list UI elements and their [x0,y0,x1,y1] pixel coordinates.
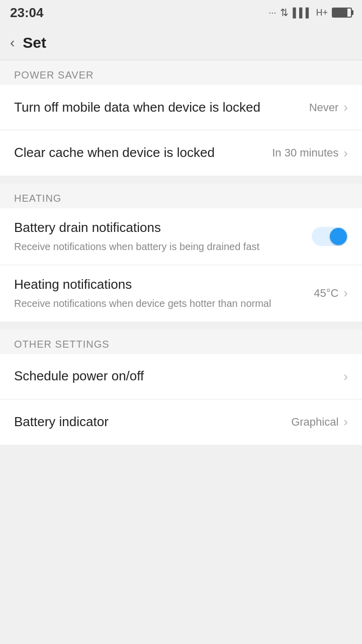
setting-item-clear-cache[interactable]: Clear cache when device is lockedIn 30 m… [0,130,362,176]
status-icons: ··· ⇅ ▌▌▌ H+ [268,7,352,19]
chevron-icon-schedule-power: › [343,369,348,384]
chevron-icon-clear-cache: › [343,145,348,161]
status-bar: 23:04 ··· ⇅ ▌▌▌ H+ [0,0,362,25]
setting-left-mobile-data: Turn off mobile data when device is lock… [14,99,309,116]
setting-right-battery-indicator: Graphical› [291,414,348,430]
status-time: 23:04 [10,5,44,21]
setting-title-heating-notifications: Heating notifications [14,276,306,293]
setting-left-battery-indicator: Battery indicator [14,414,291,431]
dots-icon: ··· [268,8,276,18]
section-divider [0,176,362,184]
setting-left-schedule-power: Schedule power on/off [14,368,343,385]
header: ‹ Set [0,25,362,60]
setting-value-battery-indicator: Graphical [291,416,338,429]
setting-title-battery-drain: Battery drain notifications [14,219,304,236]
setting-right-battery-drain [312,227,348,246]
network-type-icon: H+ [316,8,328,18]
setting-item-battery-drain[interactable]: Battery drain notificationsReceive notif… [0,208,362,265]
section-label-power-saver: POWER SAVER [14,69,94,80]
setting-value-clear-cache: In 30 minutes [272,146,338,159]
setting-item-mobile-data[interactable]: Turn off mobile data when device is lock… [0,85,362,130]
signal-arrows-icon: ⇅ [280,7,289,19]
section-label-other-settings: OTHER SETTINGS [14,339,110,350]
setting-left-battery-drain: Battery drain notificationsReceive notif… [14,219,312,254]
section-divider [0,321,362,330]
setting-value-heating-notifications: 45°C [314,287,338,300]
section-heating: HEATING [0,184,362,208]
setting-value-mobile-data: Never [309,101,339,114]
setting-title-clear-cache: Clear cache when device is locked [14,144,264,162]
setting-right-mobile-data: Never› [309,100,348,115]
back-button[interactable]: ‹ [10,35,15,51]
setting-left-clear-cache: Clear cache when device is locked [14,144,272,162]
chevron-icon-mobile-data: › [343,100,348,115]
settings-group-other-settings: Schedule power on/off›Battery indicatorG… [0,354,362,445]
section-power-saver: POWER SAVER [0,60,362,85]
section-other-settings: OTHER SETTINGS [0,330,362,354]
chevron-icon-heating-notifications: › [343,285,348,301]
settings-group-power-saver: Turn off mobile data when device is lock… [0,85,362,176]
signal-bars-icon: ▌▌▌ [293,8,312,18]
setting-right-heating-notifications: 45°C› [314,285,348,301]
toggle-knob-battery-drain [330,228,347,245]
setting-item-schedule-power[interactable]: Schedule power on/off› [0,354,362,399]
setting-title-battery-indicator: Battery indicator [14,414,283,431]
setting-title-schedule-power: Schedule power on/off [14,368,335,385]
settings-group-heating: Battery drain notificationsReceive notif… [0,208,362,321]
setting-right-clear-cache: In 30 minutes› [272,145,348,161]
setting-item-heating-notifications[interactable]: Heating notificationsReceive notificatio… [0,265,362,321]
setting-subtitle-heating-notifications: Receive notifications when device gets h… [14,296,306,310]
setting-left-heating-notifications: Heating notificationsReceive notificatio… [14,276,314,310]
setting-subtitle-battery-drain: Receive notifications when battery is be… [14,239,304,254]
setting-item-battery-indicator[interactable]: Battery indicatorGraphical› [0,399,362,445]
page-title: Set [23,34,46,51]
section-label-heating: HEATING [14,193,61,204]
toggle-battery-drain[interactable] [312,227,348,246]
chevron-icon-battery-indicator: › [343,414,348,430]
setting-title-mobile-data: Turn off mobile data when device is lock… [14,99,301,116]
setting-right-schedule-power: › [343,369,348,384]
battery-icon [332,8,352,18]
